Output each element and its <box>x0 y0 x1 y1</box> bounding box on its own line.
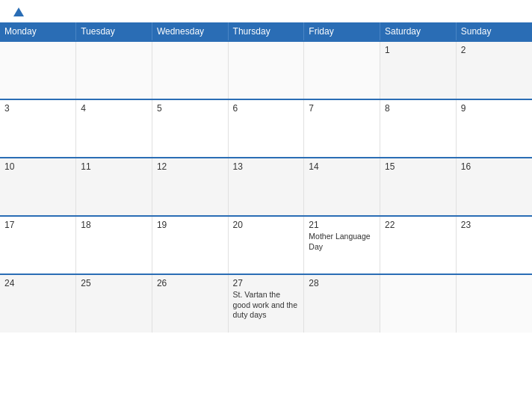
day-number: 25 <box>81 278 147 288</box>
header <box>0 0 532 22</box>
calendar-week-row: 24252627St. Vartan the good work and the… <box>0 274 532 333</box>
calendar-cell: 8 <box>380 99 457 158</box>
day-number: 11 <box>81 161 147 172</box>
calendar-event: St. Vartan the good work and the duty da… <box>233 290 300 321</box>
day-number: 5 <box>157 103 223 114</box>
calendar-cell: 12 <box>152 158 228 216</box>
day-number: 22 <box>385 220 451 230</box>
calendar-cell <box>304 41 380 99</box>
calendar-header-tuesday: Tuesday <box>76 22 152 41</box>
calendar-cell: 15 <box>380 158 457 216</box>
day-number: 12 <box>157 161 223 172</box>
calendar-week-row: 1718192021Mother Language Day2223 <box>0 216 532 274</box>
calendar-cell: 26 <box>152 274 228 333</box>
day-number: 21 <box>309 220 375 230</box>
calendar-week-row: 3456789 <box>0 99 532 158</box>
calendar-header-thursday: Thursday <box>228 22 304 41</box>
calendar-header-sunday: Sunday <box>456 22 532 41</box>
day-number: 8 <box>385 103 451 114</box>
calendar-cell: 2 <box>456 41 532 99</box>
calendar-cell: 11 <box>76 158 152 216</box>
day-number: 15 <box>385 161 451 172</box>
calendar-cell: 22 <box>380 216 457 274</box>
calendar-cell: 14 <box>304 158 380 216</box>
day-number: 4 <box>81 103 147 114</box>
day-number: 26 <box>157 278 223 288</box>
day-number: 3 <box>4 103 71 114</box>
calendar-event: Mother Language Day <box>309 232 375 252</box>
day-number: 2 <box>461 45 528 55</box>
calendar-cell <box>380 274 457 333</box>
calendar-cell: 24 <box>0 274 76 333</box>
calendar-cell: 4 <box>76 99 152 158</box>
calendar-cell: 3 <box>0 99 76 158</box>
calendar-cell <box>0 41 76 99</box>
calendar-cell: 23 <box>456 216 532 274</box>
calendar-cell: 9 <box>456 99 532 158</box>
calendar-cell: 5 <box>152 99 228 158</box>
logo-triangle-icon <box>13 7 24 16</box>
day-number: 19 <box>157 220 223 230</box>
day-number: 6 <box>233 103 300 114</box>
calendar-cell: 25 <box>76 274 152 333</box>
day-number: 9 <box>461 103 528 114</box>
calendar-table: MondayTuesdayWednesdayThursdayFridaySatu… <box>0 22 532 333</box>
calendar-cell <box>456 274 532 333</box>
calendar-cell: 21Mother Language Day <box>304 216 380 274</box>
calendar-cell: 1 <box>380 41 457 99</box>
calendar-cell: 7 <box>304 99 380 158</box>
day-number: 23 <box>461 220 528 230</box>
day-number: 16 <box>461 161 528 172</box>
calendar-cell: 17 <box>0 216 76 274</box>
calendar-cell: 10 <box>0 158 76 216</box>
calendar-header-saturday: Saturday <box>380 22 457 41</box>
calendar-header-row: MondayTuesdayWednesdayThursdayFridaySatu… <box>0 22 532 41</box>
day-number: 24 <box>4 278 71 288</box>
calendar-header-monday: Monday <box>0 22 76 41</box>
day-number: 18 <box>81 220 147 230</box>
day-number: 27 <box>233 278 300 288</box>
day-number: 7 <box>309 103 375 114</box>
day-number: 17 <box>4 220 71 230</box>
calendar-cell: 16 <box>456 158 532 216</box>
calendar-cell <box>228 41 304 99</box>
logo-blue-text <box>12 7 24 18</box>
calendar-week-row: 10111213141516 <box>0 158 532 216</box>
calendar-cell <box>152 41 228 99</box>
calendar-cell: 6 <box>228 99 304 158</box>
calendar-header-wednesday: Wednesday <box>152 22 228 41</box>
calendar-header-friday: Friday <box>304 22 380 41</box>
calendar-cell: 20 <box>228 216 304 274</box>
calendar-cell: 13 <box>228 158 304 216</box>
day-number: 14 <box>309 161 375 172</box>
day-number: 10 <box>4 161 71 172</box>
calendar-cell: 18 <box>76 216 152 274</box>
day-number: 13 <box>233 161 300 172</box>
calendar-cell <box>76 41 152 99</box>
calendar-cell: 27St. Vartan the good work and the duty … <box>228 274 304 333</box>
calendar-cell: 28 <box>304 274 380 333</box>
calendar-cell: 19 <box>152 216 228 274</box>
day-number: 28 <box>309 278 375 288</box>
day-number: 1 <box>385 45 451 55</box>
calendar-week-row: 12 <box>0 41 532 99</box>
logo <box>12 7 24 18</box>
day-number: 20 <box>233 220 300 230</box>
